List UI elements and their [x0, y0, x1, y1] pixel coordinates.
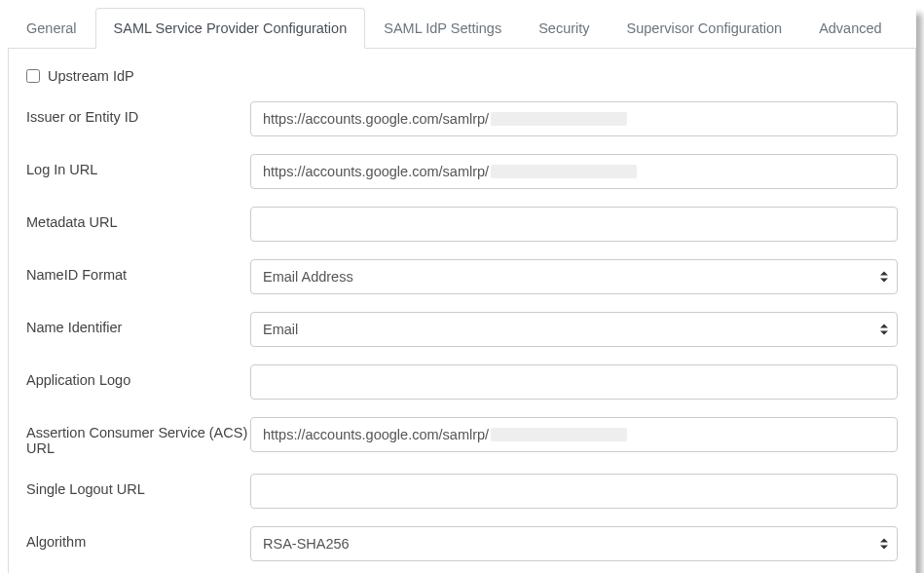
login-url-value-prefix: https://accounts.google.com/samlrp/ — [263, 164, 489, 179]
tab-panel-saml-sp: Upstream IdP Issuer or Entity ID https:/… — [8, 49, 916, 573]
tab-saml-idp-settings[interactable]: SAML IdP Settings — [365, 8, 520, 49]
name-identifier-select[interactable]: Email — [250, 312, 898, 347]
metadata-url-input[interactable] — [250, 207, 898, 242]
redacted-text — [491, 165, 637, 178]
tab-general[interactable]: General — [8, 8, 95, 49]
tab-advanced[interactable]: Advanced — [800, 8, 901, 49]
nameid-format-row: NameID Format Email Address — [26, 259, 898, 294]
redacted-text — [491, 112, 627, 126]
redacted-text — [491, 428, 627, 441]
algorithm-row: Algorithm RSA-SHA256 — [26, 526, 898, 561]
upstream-idp-checkbox[interactable] — [26, 69, 40, 83]
acs-url-input[interactable]: https://accounts.google.com/samlrp/ — [250, 417, 898, 452]
login-url-row: Log In URL https://accounts.google.com/s… — [26, 154, 898, 189]
upstream-idp-label: Upstream IdP — [48, 68, 134, 84]
login-url-input[interactable]: https://accounts.google.com/samlrp/ — [250, 154, 898, 189]
nameid-format-label: NameID Format — [26, 259, 250, 283]
algorithm-label: Algorithm — [26, 526, 250, 550]
application-logo-label: Application Logo — [26, 364, 250, 388]
nameid-format-select[interactable]: Email Address — [250, 259, 898, 294]
algorithm-select[interactable]: RSA-SHA256 — [250, 526, 898, 561]
name-identifier-row: Name Identifier Email — [26, 312, 898, 347]
acs-url-label: Assertion Consumer Service (ACS) URL — [26, 417, 250, 456]
slo-url-label: Single Logout URL — [26, 474, 250, 497]
issuer-row: Issuer or Entity ID https://accounts.goo… — [26, 101, 898, 136]
slo-url-input[interactable] — [250, 474, 898, 509]
tab-bar: General SAML Service Provider Configurat… — [8, 8, 916, 49]
acs-url-row: Assertion Consumer Service (ACS) URL htt… — [26, 417, 898, 456]
application-logo-row: Application Logo — [26, 364, 898, 400]
tab-security[interactable]: Security — [520, 8, 608, 49]
application-logo-input[interactable] — [250, 364, 898, 400]
tab-supervisor-configuration[interactable]: Supervisor Configuration — [609, 8, 801, 49]
issuer-input[interactable]: https://accounts.google.com/samlrp/ — [250, 101, 898, 136]
upstream-idp-row: Upstream IdP — [26, 68, 898, 84]
metadata-url-label: Metadata URL — [26, 207, 250, 230]
metadata-url-row: Metadata URL — [26, 207, 898, 242]
slo-url-row: Single Logout URL — [26, 474, 898, 509]
name-identifier-label: Name Identifier — [26, 312, 250, 335]
issuer-label: Issuer or Entity ID — [26, 101, 250, 125]
tab-saml-service-provider[interactable]: SAML Service Provider Configuration — [95, 8, 366, 49]
login-url-label: Log In URL — [26, 154, 250, 177]
acs-url-value-prefix: https://accounts.google.com/samlrp/ — [263, 427, 489, 442]
issuer-value-prefix: https://accounts.google.com/samlrp/ — [263, 111, 489, 127]
